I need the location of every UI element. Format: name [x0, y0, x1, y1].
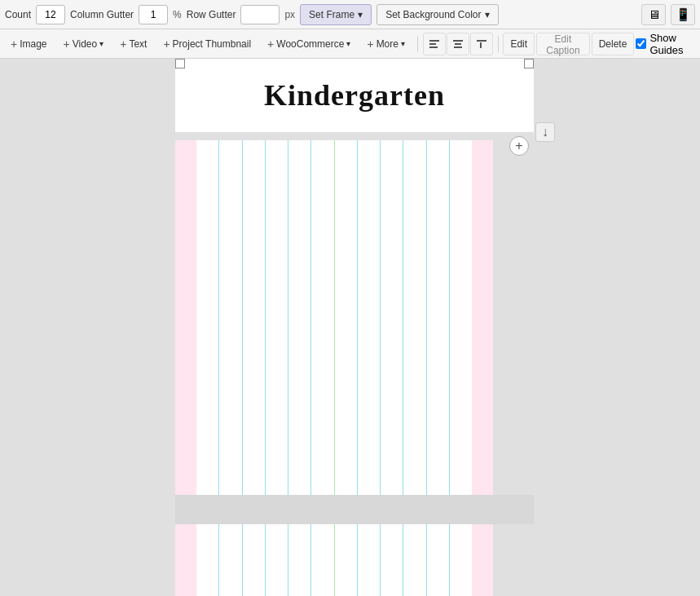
col-lines-top: [196, 140, 472, 495]
set-background-button[interactable]: Set Background Color ▾: [376, 4, 498, 25]
col-3: [243, 140, 266, 495]
set-frame-label: Set Frame: [309, 9, 354, 20]
handle-top-left[interactable]: [175, 59, 185, 68]
count-label: Count: [5, 9, 31, 20]
col-11: [427, 140, 450, 495]
monitor-icon-button[interactable]: 🖥: [641, 4, 666, 25]
col-b9: [381, 524, 403, 596]
set-bg-chevron-icon: ▾: [485, 9, 490, 20]
column-gutter-label: Column Gutter: [70, 9, 134, 20]
col-9: [381, 140, 403, 495]
add-more-button[interactable]: + More ▾: [359, 33, 412, 55]
edit-button[interactable]: Edit: [503, 33, 535, 55]
content-section-top: [175, 140, 493, 495]
add-woocommerce-button[interactable]: + WooCommerce ▾: [260, 33, 358, 55]
col-b12: [450, 524, 472, 596]
plus-icon-woo: +: [267, 38, 274, 51]
plus-icon-video: +: [64, 38, 70, 51]
add-text-button[interactable]: + Text: [112, 33, 154, 55]
page-title: Kindergarten: [264, 78, 445, 113]
svg-rect-6: [477, 40, 486, 42]
edit-caption-label: Edit Caption: [546, 33, 579, 56]
down-arrow-button[interactable]: ↓: [535, 122, 555, 142]
col-2: [219, 140, 242, 495]
align-bar-icon[interactable]: [470, 33, 493, 55]
add-video-button[interactable]: + Video ▾: [56, 33, 112, 55]
col-b5: [288, 524, 311, 596]
col-b1: [196, 524, 219, 596]
more-label: More: [376, 38, 398, 50]
separator-row: [175, 495, 534, 524]
row-gutter-unit: px: [284, 9, 295, 20]
col-b4: [266, 524, 288, 596]
column-gutter-unit: %: [173, 9, 182, 20]
image-label: Image: [20, 38, 46, 50]
margin-left-bottom: [175, 524, 196, 596]
align-group: [423, 33, 493, 55]
mobile-icon-button[interactable]: 📱: [671, 4, 695, 25]
plus-icon-top: +: [515, 139, 522, 153]
video-label: Video: [73, 38, 97, 50]
col-8: [358, 140, 381, 495]
set-background-label: Set Background Color: [385, 9, 481, 20]
svg-rect-1: [429, 43, 436, 45]
toolbar-row1: Count Column Gutter % Row Gutter px Set …: [0, 0, 700, 29]
add-image-button[interactable]: + Image: [3, 33, 55, 55]
row-gutter-input[interactable]: [240, 5, 280, 24]
down-arrow-icon: ↓: [542, 125, 548, 139]
col-6-center: [311, 140, 334, 495]
monitor-icon: 🖥: [648, 7, 660, 21]
canvas-area: Kindergarten + ↓ +: [0, 59, 700, 596]
margin-right-top: [472, 140, 493, 495]
col-10: [403, 140, 426, 495]
add-project-thumbnail-button[interactable]: + Project Thumbnail: [156, 33, 258, 55]
col-5: [288, 140, 311, 495]
set-frame-chevron-icon: ▾: [358, 9, 363, 20]
delete-label: Delete: [599, 38, 627, 50]
plus-icon-more: +: [367, 38, 373, 51]
svg-rect-2: [429, 46, 438, 48]
col-b3: [243, 524, 266, 596]
row-gutter-label: Row Gutter: [187, 9, 236, 20]
col-b8: [358, 524, 381, 596]
show-guides-wrap: Show Guides: [636, 32, 697, 56]
show-guides-checkbox[interactable]: [636, 38, 646, 49]
plus-icon-pt: +: [163, 38, 169, 51]
align-left-icon[interactable]: [423, 33, 446, 55]
svg-rect-4: [455, 43, 461, 45]
woocommerce-label: WooCommerce: [276, 38, 344, 50]
svg-rect-3: [453, 40, 463, 42]
show-guides-label: Show Guides: [649, 32, 692, 56]
mobile-icon: 📱: [676, 7, 691, 22]
toolbar-row2: + Image + Video ▾ + Text + Project Thumb…: [0, 29, 700, 59]
margin-right-bottom: [472, 524, 493, 596]
align-center-icon[interactable]: [447, 33, 469, 55]
more-chevron-icon: ▾: [401, 39, 405, 48]
set-frame-button[interactable]: Set Frame ▾: [300, 4, 372, 25]
add-row-top-button[interactable]: +: [509, 136, 529, 156]
margin-left-top: [175, 140, 196, 495]
svg-rect-0: [429, 40, 439, 42]
toolbar-divider-1: [417, 36, 418, 52]
col-12: [450, 140, 472, 495]
col-b11: [427, 524, 450, 596]
svg-rect-7: [480, 42, 482, 48]
count-input[interactable]: [36, 5, 65, 24]
handle-top-right[interactable]: [524, 59, 534, 68]
col-b7: [335, 524, 358, 596]
edit-caption-button[interactable]: Edit Caption: [536, 33, 590, 55]
column-gutter-input[interactable]: [139, 5, 168, 24]
woocommerce-chevron-icon: ▾: [346, 39, 350, 48]
col-1: [196, 140, 219, 495]
col-b10: [403, 524, 426, 596]
plus-icon-text: +: [120, 38, 126, 51]
svg-rect-5: [454, 46, 462, 48]
content-section-bottom: [175, 524, 493, 596]
text-label: Text: [129, 38, 147, 50]
col-b2: [219, 524, 242, 596]
edit-label: Edit: [510, 38, 527, 50]
delete-button[interactable]: Delete: [592, 33, 635, 55]
video-chevron-icon: ▾: [99, 39, 103, 48]
col-lines-bottom: [196, 524, 472, 596]
toolbar-divider-2: [498, 36, 499, 52]
